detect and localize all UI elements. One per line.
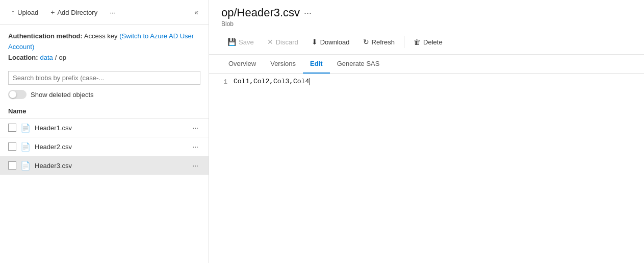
show-deleted-row: Show deleted objects	[8, 90, 200, 99]
location-data-link[interactable]: data	[40, 53, 53, 63]
discard-icon: ✕	[267, 38, 273, 46]
file-more-2[interactable]: ···	[190, 141, 200, 152]
upload-button[interactable]: ↑ Upload	[6, 5, 43, 19]
action-toolbar: 💾 Save ✕ Discard ⬇ Download ↻ Refresh 🗑 …	[221, 32, 632, 52]
download-button[interactable]: ⬇ Download	[305, 35, 356, 49]
auth-section: Authentication method: Access key (Switc…	[0, 25, 209, 66]
save-button[interactable]: 💾 Save	[221, 35, 260, 49]
save-icon: 💾	[227, 38, 236, 46]
page-title: op/Header3.csv	[221, 6, 300, 19]
code-editor-line[interactable]: Col1,Col2,Col3,Col4	[234, 78, 636, 86]
discard-button[interactable]: ✕ Discard	[261, 35, 304, 49]
toggle-thumb	[9, 91, 16, 98]
toolbar-separator	[404, 36, 404, 48]
list-item[interactable]: 📄 Header2.csv ···	[0, 137, 209, 156]
editor-area: 1 Col1,Col2,Col3,Col4	[209, 74, 644, 263]
file-checkbox-1[interactable]	[8, 124, 16, 132]
tab-edit[interactable]: Edit	[303, 55, 330, 74]
left-toolbar: ↑ Upload + Add Directory ··· «	[0, 0, 209, 25]
file-icon-2: 📄	[20, 142, 31, 152]
editor-content: 1 Col1,Col2,Col3,Col4	[217, 78, 636, 86]
show-deleted-label: Show deleted objects	[31, 91, 94, 99]
file-list: 📄 Header1.csv ··· 📄 Header2.csv ··· 📄 He…	[0, 118, 209, 263]
tab-overview[interactable]: Overview	[221, 55, 263, 74]
file-icon-3: 📄	[20, 161, 31, 171]
file-name-2: Header2.csv	[35, 143, 186, 151]
list-item[interactable]: 📄 Header1.csv ···	[0, 118, 209, 137]
file-checkbox-2[interactable]	[8, 142, 16, 151]
blob-label: Blob	[221, 20, 632, 28]
file-more-3[interactable]: ···	[190, 160, 200, 171]
file-name-1: Header1.csv	[35, 124, 186, 132]
tab-generate-sas[interactable]: Generate SAS	[330, 55, 387, 74]
line-numbers: 1	[217, 78, 227, 86]
add-icon: +	[50, 8, 55, 16]
delete-icon: 🗑	[414, 38, 421, 46]
title-more-icon[interactable]: ···	[304, 8, 312, 18]
refresh-button[interactable]: ↻ Refresh	[357, 35, 401, 49]
download-icon: ⬇	[312, 38, 318, 46]
right-header: op/Header3.csv ··· Blob 💾 Save ✕ Discard…	[209, 0, 644, 55]
file-checkbox-3[interactable]	[8, 161, 16, 170]
location-row: Location: data / op	[8, 53, 200, 63]
refresh-icon: ↻	[363, 38, 369, 46]
collapse-button[interactable]: «	[190, 6, 202, 18]
delete-button[interactable]: 🗑 Delete	[407, 35, 449, 49]
file-title-row: op/Header3.csv ···	[221, 6, 632, 19]
file-icon-1: 📄	[20, 123, 31, 133]
search-input[interactable]	[8, 71, 200, 85]
show-deleted-toggle[interactable]	[8, 90, 27, 99]
tab-versions[interactable]: Versions	[263, 55, 303, 74]
right-panel: op/Header3.csv ··· Blob 💾 Save ✕ Discard…	[209, 0, 644, 263]
upload-icon: ↑	[11, 8, 15, 16]
toggle-track[interactable]	[8, 90, 27, 99]
file-more-1[interactable]: ···	[190, 123, 200, 133]
tabs-bar: Overview Versions Edit Generate SAS	[209, 55, 644, 74]
auth-method-row: Authentication method: Access key (Switc…	[8, 31, 200, 53]
more-options-button[interactable]: ···	[105, 6, 120, 19]
add-directory-button[interactable]: + Add Directory	[45, 5, 102, 19]
file-list-header: Name	[0, 104, 209, 118]
list-item[interactable]: 📄 Header3.csv ···	[0, 156, 209, 175]
file-name-3: Header3.csv	[35, 162, 186, 170]
search-box	[8, 71, 200, 85]
left-panel: ↑ Upload + Add Directory ··· « Authentic…	[0, 0, 209, 263]
